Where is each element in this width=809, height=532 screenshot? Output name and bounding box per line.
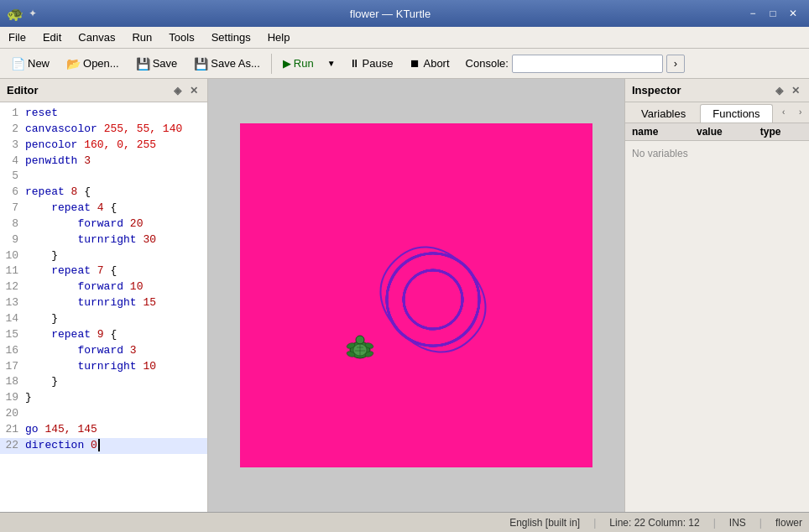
editor-content[interactable]: 1reset2canvascolor 255, 55, 1403pencolor… [0,102,207,512]
line-content: } [25,311,206,327]
tab-functions[interactable]: Functions [700,104,772,123]
line-content: reset [25,106,206,122]
line-content: direction 0 [25,438,206,454]
line-content: go 145, 145 [25,422,206,438]
save-button[interactable]: 💾 Save [128,54,185,74]
code-line: 22direction 0 [0,438,207,454]
abort-button[interactable]: ⏹ Abort [402,54,457,73]
pause-label: Pause [363,57,394,70]
svg-point-15 [397,263,469,336]
inspector-next-button[interactable]: › [793,104,808,119]
menu-settings[interactable]: Settings [203,29,259,46]
line-number: 4 [2,154,25,170]
abort-label: Abort [423,57,449,70]
titlebar: 🐢 ✦ flower — KTurtle − □ ✕ [0,0,809,27]
inspector-header-icons: ◈ ✕ [772,84,802,97]
line-content: forward 20 [25,216,206,232]
line-number: 15 [2,327,25,343]
saveas-button[interactable]: 💾 Save As... [186,54,268,74]
inspector-close-icon[interactable]: ✕ [789,84,802,97]
status-locale: English [built in] [509,517,580,529]
tab-variables[interactable]: Variables [629,104,698,123]
menu-canvas[interactable]: Canvas [70,29,123,46]
menu-help[interactable]: Help [259,29,299,46]
line-content: forward 3 [25,343,206,359]
open-button[interactable]: 📂 Open... [59,54,127,74]
code-line: 12 forward 10 [0,279,207,295]
line-number: 12 [2,279,25,295]
console-submit-button[interactable]: › [666,55,685,73]
line-number: 21 [2,422,25,438]
editor-header: Editor ◈ ✕ [0,79,207,102]
editor-settings-icon[interactable]: ◈ [170,84,184,97]
new-button[interactable]: 📄 New [3,54,57,74]
toolbar: 📄 New 📂 Open... 💾 Save 💾 Save As... ▶ Ru… [0,49,809,79]
inspector-title: Inspector [632,84,681,96]
menu-run[interactable]: Run [123,29,160,46]
code-line: 14 } [0,311,207,327]
line-content [25,406,206,422]
run-dropdown[interactable]: ▼ [323,55,340,71]
console-label: Console: [466,57,509,70]
code-line: 10 } [0,248,207,264]
pause-icon: ⏸ [349,57,360,70]
line-number: 13 [2,295,25,311]
code-line: 2canvascolor 255, 55, 140 [0,122,207,138]
status-sep-3: | [759,517,762,529]
line-number: 1 [2,106,25,122]
status-sep-1: | [593,517,596,529]
editor-header-icons: ◈ ✕ [170,84,201,97]
line-number: 9 [2,232,25,248]
statusbar: English [built in] | Line: 22 Column: 12… [0,512,809,532]
menu-edit[interactable]: Edit [34,29,70,46]
run-icon: ▶ [283,57,291,70]
minimize-button[interactable]: − [744,4,762,23]
editor-close-icon[interactable]: ✕ [187,84,201,97]
abort-icon: ⏹ [410,57,420,70]
inspector-prev-button[interactable]: ‹ [776,104,791,119]
line-content: repeat 4 { [25,201,206,216]
run-label: Run [294,57,314,70]
app-icon-2: ✦ [29,8,37,19]
line-content: } [25,248,206,264]
menubar: File Edit Canvas Run Tools Settings Help [0,27,809,49]
status-sep-2: | [713,517,716,529]
code-line: 18 } [0,374,207,390]
menu-file[interactable]: File [0,29,34,46]
code-line: 20 [0,406,207,422]
console-area: Console: › [466,55,685,73]
close-button[interactable]: ✕ [784,4,802,23]
turtle-sprite [346,336,373,358]
maximize-button[interactable]: □ [764,4,782,23]
code-line: 3pencolor 160, 0, 255 [0,138,207,154]
turtle-canvas [240,123,592,467]
code-line: 17 turnright 10 [0,359,207,375]
inspector-header: Inspector ◈ ✕ [625,79,809,102]
line-number: 5 [2,169,25,185]
line-number: 14 [2,311,25,327]
line-content: pencolor 160, 0, 255 [25,138,206,154]
code-line: 7 repeat 4 { [0,201,207,216]
line-content: repeat 9 { [25,327,206,343]
editor-title: Editor [7,84,39,96]
open-icon: 📂 [66,57,81,70]
svg-point-7 [371,237,494,361]
new-icon: 📄 [11,57,25,70]
no-variables-label: No variables [625,141,809,166]
save-label: Save [153,57,178,70]
line-number: 7 [2,201,25,216]
code-line: 4penwidth 3 [0,154,207,170]
menu-tools[interactable]: Tools [160,29,202,46]
line-number: 6 [2,185,25,201]
console-input[interactable] [512,55,663,73]
main-area: Editor ◈ ✕ 1reset2canvascolor 255, 55, 1… [0,79,809,512]
line-content: forward 10 [25,279,206,295]
status-filename: flower [775,517,802,529]
editor-panel: Editor ◈ ✕ 1reset2canvascolor 255, 55, 1… [0,79,208,512]
variables-table: name value type [625,123,809,141]
run-button[interactable]: ▶ Run [275,54,321,73]
col-value: value [690,123,754,141]
line-content: repeat 8 { [25,185,206,201]
pause-button[interactable]: ⏸ Pause [342,54,401,73]
inspector-settings-icon[interactable]: ◈ [772,84,786,97]
